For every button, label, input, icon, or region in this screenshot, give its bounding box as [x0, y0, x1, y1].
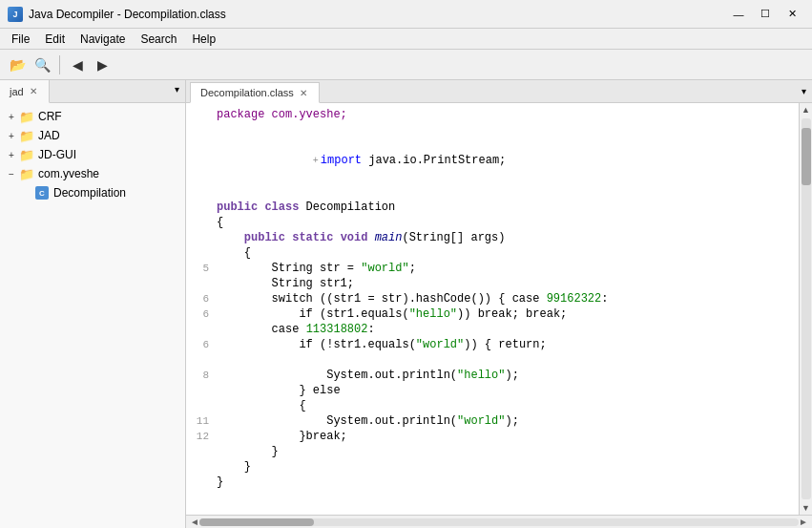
- horizontal-scrollbar[interactable]: ◄ ►: [186, 515, 812, 528]
- tree-item-comyveshe[interactable]: − 📁 com.yveshe: [0, 164, 185, 183]
- code-line-3: +import java.io.PrintStream;: [186, 137, 799, 184]
- open-icon: 📂: [10, 57, 26, 73]
- menu-navigate[interactable]: Navigate: [73, 31, 133, 48]
- code-line-15: [186, 352, 799, 368]
- code-line-6: {: [186, 215, 799, 230]
- tree-label-decompilation: Decompilation: [53, 186, 126, 200]
- tree-item-crf[interactable]: + 📁 CRF: [0, 107, 185, 126]
- maximize-button[interactable]: ☐: [753, 6, 778, 23]
- expand-jad[interactable]: +: [4, 128, 19, 143]
- editor-tab-decompilation[interactable]: Decompilation.class ✕: [190, 82, 320, 103]
- tree-label-jad: JAD: [38, 129, 60, 142]
- left-tab-jad[interactable]: jad ✕: [0, 80, 50, 103]
- title-bar: J Java Decompiler - Decompilation.class …: [0, 0, 812, 29]
- expand-jdgui[interactable]: +: [4, 147, 19, 162]
- code-line-11: 6 switch ((str1 = str).hashCode()) { cas…: [186, 291, 799, 306]
- folder-icon-crf: 📁: [19, 109, 34, 124]
- code-line-17: } else: [186, 383, 799, 398]
- code-line-9: 5 String str = "world";: [186, 261, 799, 276]
- tree-item-decompilation[interactable]: + C Decompilation: [0, 183, 185, 202]
- scroll-track[interactable]: [802, 118, 811, 499]
- find-button[interactable]: 🔍: [31, 53, 53, 76]
- h-scroll-track[interactable]: [199, 518, 799, 526]
- minimize-button[interactable]: —: [726, 6, 751, 23]
- editor-tab-close[interactable]: ✕: [298, 87, 309, 98]
- code-editor[interactable]: package com.yveshe; +import java.io.Prin…: [186, 103, 799, 515]
- close-button[interactable]: ✕: [780, 6, 804, 23]
- code-line-12: 6 if (str1.equals("hello")) break; break…: [186, 306, 799, 322]
- expand-crf[interactable]: +: [4, 109, 19, 124]
- scroll-up-button[interactable]: ▲: [800, 103, 813, 116]
- scroll-left-button[interactable]: ◄: [190, 517, 199, 527]
- tree-label-crf: CRF: [38, 110, 62, 123]
- scroll-thumb[interactable]: [802, 128, 811, 185]
- code-line-19: 11 System.out.println("world");: [186, 413, 799, 429]
- menu-edit[interactable]: Edit: [37, 31, 73, 48]
- back-icon: ◀: [73, 57, 83, 73]
- right-panel: Decompilation.class ✕ ▾ package com.yves…: [186, 80, 812, 528]
- title-bar-text: Java Decompiler - Decompilation.class: [29, 8, 726, 21]
- code-line-20: 12 }break;: [186, 429, 799, 444]
- left-tab-label: jad: [10, 86, 24, 97]
- forward-icon: ▶: [97, 57, 108, 73]
- folder-icon-jad: 📁: [19, 128, 34, 143]
- code-line-5: public class Decompilation: [186, 200, 799, 215]
- import-expand[interactable]: +: [313, 156, 319, 166]
- scroll-right-button[interactable]: ►: [799, 517, 808, 527]
- back-button[interactable]: ◀: [66, 53, 89, 76]
- editor-tab-chevron[interactable]: ▾: [796, 84, 812, 98]
- code-line-18: {: [186, 398, 799, 413]
- code-line-1: package com.yveshe;: [186, 107, 799, 122]
- vertical-scrollbar[interactable]: ▲ ▼: [799, 103, 812, 515]
- code-line-22: }: [186, 459, 799, 475]
- left-tab-close[interactable]: ✕: [28, 86, 39, 97]
- code-area: package com.yveshe; +import java.io.Prin…: [186, 103, 812, 515]
- tree-label-comyveshe: com.yveshe: [38, 167, 99, 180]
- folder-icon-comyveshe: 📁: [19, 166, 34, 181]
- code-line-16: 8 System.out.println("hello");: [186, 368, 799, 383]
- editor-tab-strip: Decompilation.class ✕ ▾: [186, 80, 812, 103]
- h-scroll-thumb[interactable]: [199, 518, 314, 526]
- find-icon: 🔍: [34, 57, 51, 73]
- left-panel: jad ✕ ▾ + 📁 CRF + 📁 JAD + 📁 JD-GUI: [0, 80, 186, 528]
- code-line-8: {: [186, 245, 799, 261]
- main-container: jad ✕ ▾ + 📁 CRF + 📁 JAD + 📁 JD-GUI: [0, 80, 812, 528]
- tree-item-jdgui[interactable]: + 📁 JD-GUI: [0, 145, 185, 164]
- code-line-4: [186, 184, 799, 200]
- code-content: package com.yveshe; +import java.io.Prin…: [186, 103, 799, 494]
- folder-icon-jdgui: 📁: [19, 147, 34, 162]
- scroll-down-button[interactable]: ▼: [800, 501, 813, 515]
- left-tab-strip: jad ✕ ▾: [0, 80, 185, 103]
- open-button[interactable]: 📂: [6, 53, 29, 76]
- tree-label-jdgui: JD-GUI: [38, 148, 76, 161]
- class-icon-decompilation: C: [34, 185, 50, 201]
- code-line-7: public static void main(String[] args): [186, 230, 799, 245]
- code-line-10: String str1;: [186, 276, 799, 291]
- editor-tab-label: Decompilation.class: [200, 87, 294, 98]
- app-icon: J: [8, 7, 23, 22]
- toolbar: 📂 🔍 ◀ ▶: [0, 50, 812, 80]
- menu-file[interactable]: File: [4, 31, 37, 48]
- forward-button[interactable]: ▶: [91, 53, 114, 76]
- code-line-21: }: [186, 444, 799, 459]
- window-controls: — ☐ ✕: [726, 6, 804, 23]
- left-panel-chevron[interactable]: ▾: [169, 80, 185, 102]
- code-line-2: [186, 122, 799, 137]
- tree-view: + 📁 CRF + 📁 JAD + 📁 JD-GUI − 📁 com.yvesh…: [0, 103, 185, 528]
- menu-search[interactable]: Search: [133, 31, 184, 48]
- toolbar-separator: [59, 55, 60, 74]
- tree-item-jad[interactable]: + 📁 JAD: [0, 126, 185, 145]
- menu-help[interactable]: Help: [184, 31, 223, 48]
- code-line-13: case 113318802:: [186, 322, 799, 337]
- menu-bar: File Edit Navigate Search Help: [0, 29, 812, 50]
- code-line-23: }: [186, 475, 799, 490]
- expand-comyveshe[interactable]: −: [4, 166, 19, 181]
- code-line-14: 6 if (!str1.equals("world")) { return;: [186, 337, 799, 352]
